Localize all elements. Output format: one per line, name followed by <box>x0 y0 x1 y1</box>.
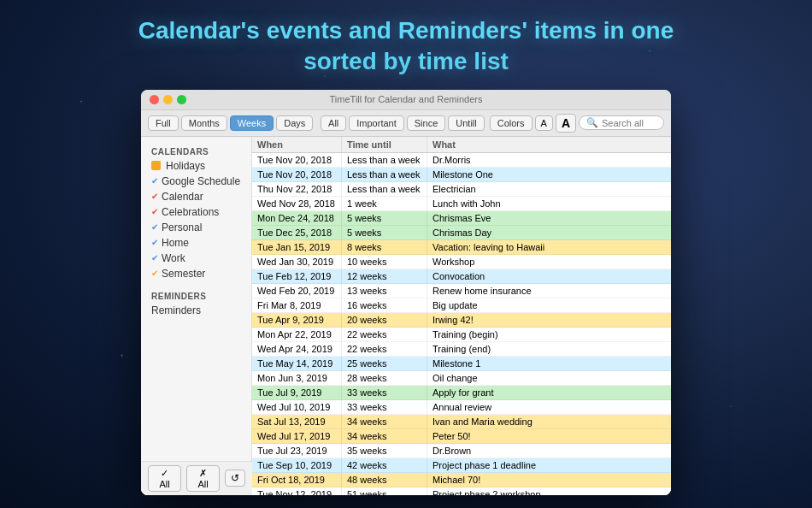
event-when: Mon Jun 3, 2019 <box>252 371 342 385</box>
sidebar-item-personal[interactable]: ✔ Personal <box>141 220 251 235</box>
table-row[interactable]: Fri Oct 18, 201948 weeksMichael 70! <box>252 473 671 487</box>
event-what: Milestone One <box>427 168 671 181</box>
event-time: 48 weeks <box>342 473 427 487</box>
event-what: Oil change <box>427 371 671 385</box>
table-row[interactable]: Wed Jul 10, 201933 weeksAnnual review <box>252 400 671 415</box>
event-what: Chrismas Eve <box>427 211 671 225</box>
reminders-label: Reminders <box>151 304 201 316</box>
table-row[interactable]: Tue Nov 20, 2018Less than a weekMileston… <box>252 168 671 182</box>
traffic-lights <box>150 95 186 104</box>
title-bar: TimeTill for Calendar and Reminders <box>141 90 671 110</box>
events-list[interactable]: Tue Nov 20, 2018Less than a weekDr.Morri… <box>252 153 671 495</box>
event-time: Less than a week <box>342 153 427 167</box>
app-window: TimeTill for Calendar and Reminders Full… <box>141 90 671 495</box>
headline-line1: Calendar's events and Reminders' items i… <box>0 15 812 46</box>
event-when: Tue Apr 9, 2019 <box>252 313 342 327</box>
event-when: Fri Mar 8, 2019 <box>252 298 342 312</box>
table-row[interactable]: Sat Jul 13, 201934 weeksIvan and Maria w… <box>252 415 671 429</box>
btn-weeks[interactable]: Weeks <box>230 115 274 131</box>
event-when: Wed Feb 20, 2019 <box>252 284 342 298</box>
btn-since[interactable]: Since <box>407 115 446 131</box>
sidebar-item-reminders[interactable]: Reminders <box>141 303 251 318</box>
search-icon: 🔍 <box>586 117 598 128</box>
sidebar-item-home[interactable]: ✔ Home <box>141 235 251 251</box>
event-what: Training (begin) <box>427 328 671 341</box>
btn-font-small[interactable]: A <box>535 115 553 131</box>
event-what: Ivan and Maria wedding <box>427 415 671 428</box>
headline: Calendar's events and Reminders' items i… <box>0 0 812 90</box>
btn-days[interactable]: Days <box>276 115 313 131</box>
sidebar-item-holidays[interactable]: Holidays <box>141 158 251 174</box>
event-time: 10 weeks <box>342 255 427 269</box>
column-headers: When Time until What <box>252 137 671 153</box>
table-row[interactable]: Thu Nov 22, 2018Less than a weekElectric… <box>252 182 671 197</box>
table-row[interactable]: Wed Nov 28, 20181 weekLunch with John <box>252 197 671 211</box>
table-row[interactable]: Tue May 14, 201925 weeksMilestone 1 <box>252 357 671 371</box>
check-all-button[interactable]: ✓ All <box>148 465 181 492</box>
table-row[interactable]: Tue Apr 9, 201920 weeksIrwing 42! <box>252 313 671 328</box>
table-row[interactable]: Tue Sep 10, 201942 weeksProject phase 1 … <box>252 458 671 473</box>
window-title: TimeTill for Calendar and Reminders <box>330 94 483 104</box>
event-what: Michael 70! <box>427 473 671 487</box>
search-input[interactable] <box>602 118 666 128</box>
event-what: Project phase 1 deadline <box>427 458 671 472</box>
event-time: Less than a week <box>342 168 427 181</box>
table-row[interactable]: Wed Jan 30, 201910 weeksWorkshop <box>252 255 671 269</box>
btn-all[interactable]: All <box>321 115 346 131</box>
table-row[interactable]: Wed Apr 24, 201922 weeksTraining (end) <box>252 342 671 357</box>
table-row[interactable]: Mon Jun 3, 201928 weeksOil change <box>252 371 671 386</box>
event-what: Peter 50! <box>427 429 671 443</box>
uncheck-all-button[interactable]: ✗ All <box>186 465 220 492</box>
sidebar-item-semester[interactable]: ✔ Semester <box>141 266 251 281</box>
event-time: 5 weeks <box>342 226 427 239</box>
table-row[interactable]: Fri Mar 8, 201916 weeksBig update <box>252 298 671 313</box>
toolbar: Full Months Weeks Days All Important Sin… <box>141 110 671 137</box>
event-what: Lunch with John <box>427 197 671 210</box>
table-row[interactable]: Mon Dec 24, 20185 weeksChrismas Eve <box>252 211 671 226</box>
search-box[interactable]: 🔍 <box>579 115 664 130</box>
event-what: Apply for grant <box>427 386 671 399</box>
event-when: Wed Jul 10, 2019 <box>252 400 342 414</box>
event-what: Irwing 42! <box>427 313 671 327</box>
btn-colors[interactable]: Colors <box>490 115 533 131</box>
table-row[interactable]: Wed Feb 20, 201913 weeksRenew home insur… <box>252 284 671 298</box>
table-row[interactable]: Tue Jan 15, 20198 weeksVacation: leaving… <box>252 240 671 255</box>
table-row[interactable]: Mon Apr 22, 201922 weeksTraining (begin) <box>252 328 671 342</box>
event-when: Tue Sep 10, 2019 <box>252 458 342 472</box>
event-time: 33 weeks <box>342 400 427 414</box>
table-row[interactable]: Tue Nov 12, 201951 weeksProject phase 2 … <box>252 487 671 495</box>
reminders-section: REMINDERS Reminders <box>141 288 251 318</box>
btn-untill[interactable]: Untill <box>448 115 484 131</box>
btn-full[interactable]: Full <box>148 115 179 131</box>
traffic-green[interactable] <box>177 95 186 104</box>
sidebar-item-celebrations[interactable]: ✔ Celebrations <box>141 204 251 220</box>
table-row[interactable]: Tue Dec 25, 20185 weeksChrismas Day <box>252 226 671 240</box>
traffic-yellow[interactable] <box>163 95 173 104</box>
cal-check-personal: ✔ <box>151 222 158 232</box>
event-time: 28 weeks <box>342 371 427 385</box>
table-row[interactable]: Wed Jul 17, 201934 weeksPeter 50! <box>252 429 671 444</box>
event-when: Mon Dec 24, 2018 <box>252 211 342 225</box>
event-when: Wed Jan 30, 2019 <box>252 255 342 269</box>
table-row[interactable]: Tue Jul 9, 201933 weeksApply for grant <box>252 386 671 400</box>
sidebar-item-work[interactable]: ✔ Work <box>141 251 251 266</box>
event-what: Dr.Brown <box>427 444 671 458</box>
event-time: 42 weeks <box>342 458 427 472</box>
table-row[interactable]: Tue Nov 20, 2018Less than a weekDr.Morri… <box>252 153 671 168</box>
refresh-button[interactable]: ↺ <box>225 470 245 487</box>
event-what: Big update <box>427 298 671 312</box>
traffic-red[interactable] <box>150 95 159 104</box>
event-what: Project phase 2 workshop <box>427 487 671 495</box>
sidebar-item-google[interactable]: ✔ Google Schedule <box>141 174 251 189</box>
event-time: 22 weeks <box>342 342 427 356</box>
event-when: Tue Nov 20, 2018 <box>252 153 342 167</box>
event-what: Electrician <box>427 182 671 196</box>
event-time: 35 weeks <box>342 444 427 458</box>
btn-font-large[interactable]: A <box>556 114 576 133</box>
table-row[interactable]: Tue Feb 12, 201912 weeksConvocation <box>252 269 671 284</box>
btn-months[interactable]: Months <box>181 115 227 131</box>
event-when: Wed Jul 17, 2019 <box>252 429 342 443</box>
sidebar-item-calendar[interactable]: ✔ Calendar <box>141 189 251 204</box>
table-row[interactable]: Tue Jul 23, 201935 weeksDr.Brown <box>252 444 671 458</box>
btn-important[interactable]: Important <box>349 115 403 131</box>
